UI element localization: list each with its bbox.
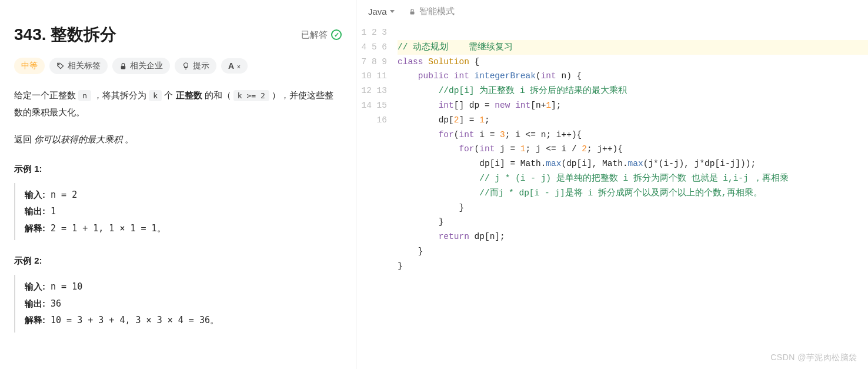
description-p2: 返回 你可以获得的最大乘积 。 bbox=[14, 131, 342, 148]
bulb-icon bbox=[182, 62, 190, 70]
language-select[interactable]: Java bbox=[368, 6, 395, 16]
chevron-down-icon bbox=[390, 10, 395, 13]
problem-panel: 343. 整数拆分 已解答 ✓ 中等 相关标签 相关企业 提示 A𝗑 给定一个正… bbox=[0, 0, 356, 369]
related-companies-button[interactable]: 相关企业 bbox=[112, 58, 170, 74]
solved-status: 已解答 ✓ bbox=[301, 29, 342, 41]
problem-title: 343. 整数拆分 bbox=[14, 24, 116, 46]
difficulty-tag[interactable]: 中等 bbox=[14, 58, 45, 74]
check-icon: ✓ bbox=[331, 29, 342, 40]
title-row: 343. 整数拆分 已解答 ✓ bbox=[14, 24, 342, 46]
related-tags-button[interactable]: 相关标签 bbox=[49, 58, 108, 74]
example-1-title: 示例 1: bbox=[14, 164, 342, 175]
font-size-button[interactable]: A𝗑 bbox=[221, 58, 248, 74]
example-1-block: 输入: n = 2 输出: 1 解释: 2 = 1 + 1, 1 × 1 = 1… bbox=[14, 183, 342, 241]
code-n: n bbox=[78, 90, 91, 101]
line-gutter: 1 2 3 4 5 6 7 8 9 10 11 12 13 14 15 16 bbox=[356, 25, 398, 369]
code-k2: k >= 2 bbox=[233, 90, 269, 101]
hint-button[interactable]: 提示 bbox=[175, 58, 216, 74]
example-2-block: 输入: n = 10 输出: 36 解释: 10 = 3 + 3 + 4, 3 … bbox=[14, 275, 342, 333]
svg-rect-1 bbox=[121, 65, 126, 68]
solved-label: 已解答 bbox=[301, 29, 328, 41]
tags-row: 中等 相关标签 相关企业 提示 A𝗑 bbox=[14, 58, 342, 74]
code-k: k bbox=[149, 90, 162, 101]
smart-mode-button[interactable]: 智能模式 bbox=[409, 6, 455, 17]
watermark: CSDN @芋泥肉松脑袋 bbox=[770, 353, 857, 363]
svg-point-0 bbox=[59, 64, 59, 65]
svg-rect-2 bbox=[410, 11, 414, 14]
lock-icon bbox=[119, 62, 127, 70]
tag-icon bbox=[56, 62, 65, 70]
lock-icon bbox=[409, 8, 416, 15]
code-editor[interactable]: 1 2 3 4 5 6 7 8 9 10 11 12 13 14 15 16 /… bbox=[356, 23, 868, 369]
example-2-title: 示例 2: bbox=[14, 255, 342, 267]
code-lines[interactable]: // 动态规划 需继续复习 class Solution { public in… bbox=[398, 25, 868, 369]
editor-header: Java 智能模式 bbox=[356, 0, 868, 23]
description-p1: 给定一个正整数 n ，将其拆分为 k 个 正整数 的和（ k >= 2 ），并使… bbox=[14, 87, 342, 121]
editor-panel: Java 智能模式 1 2 3 4 5 6 7 8 9 10 11 12 13 … bbox=[356, 0, 868, 369]
